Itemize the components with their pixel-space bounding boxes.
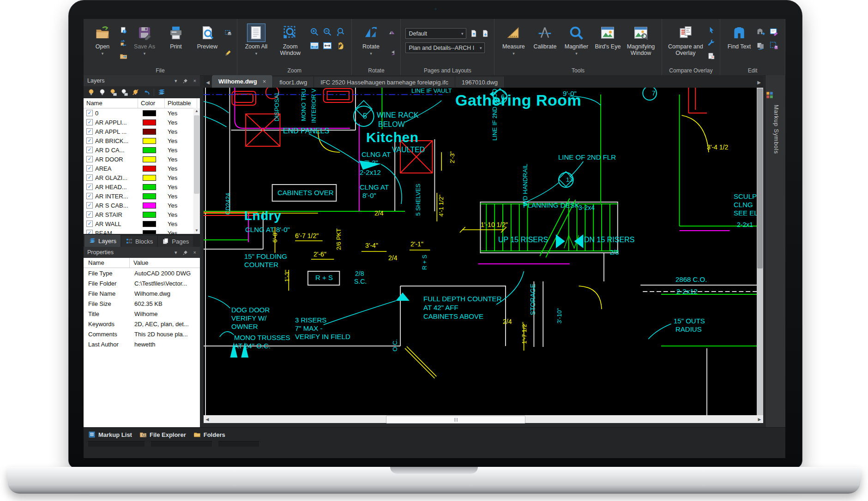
print-region-icon[interactable] xyxy=(224,30,232,37)
pages-icon[interactable] xyxy=(162,238,169,245)
layer-color-swatch[interactable] xyxy=(143,156,156,162)
calibrate-button[interactable]: Calibrate xyxy=(530,23,559,51)
scroll-right-icon[interactable]: ▶ xyxy=(756,417,763,422)
layer-visibility-checkbox[interactable]: ✓ xyxy=(86,174,93,181)
bulb-on-box-icon[interactable] xyxy=(109,89,117,96)
layer-color-swatch[interactable] xyxy=(143,193,156,199)
column-header[interactable]: Name xyxy=(84,258,130,268)
select-markup-icon[interactable] xyxy=(769,41,778,50)
replace-docs-icon[interactable] xyxy=(756,41,766,50)
file-explorer-icon[interactable] xyxy=(139,431,147,438)
close-icon[interactable]: × xyxy=(193,250,196,255)
column-header[interactable]: Plottable xyxy=(165,98,197,108)
flip-h-icon[interactable] xyxy=(388,30,396,37)
edit-doc-icon[interactable] xyxy=(769,27,778,36)
print-icon[interactable] xyxy=(169,25,183,40)
scroll-thumb[interactable] xyxy=(386,416,525,423)
magnifying-window-icon[interactable] xyxy=(633,25,648,40)
find-text-icon[interactable] xyxy=(732,25,747,40)
layer-row[interactable]: ✓AR HEAD...Yes xyxy=(84,182,200,191)
open-folder-icon[interactable] xyxy=(95,25,110,40)
layers-stack-icon[interactable] xyxy=(157,88,166,96)
layer-row[interactable]: ✓AR GLAZI...Yes xyxy=(84,173,200,182)
close-icon[interactable]: × xyxy=(263,78,266,85)
layer-row[interactable]: ✓AR S CAB...Yes xyxy=(84,201,200,210)
measure-icon[interactable] xyxy=(506,25,521,40)
compare-overlay-icon[interactable] xyxy=(678,25,693,40)
zoom-in-icon[interactable] xyxy=(310,27,319,36)
markup-list-icon[interactable] xyxy=(88,431,96,438)
page-up-icon[interactable] xyxy=(470,30,478,37)
zoom-previous-icon[interactable] xyxy=(336,27,345,36)
layer-visibility-checkbox[interactable]: ✓ xyxy=(86,137,93,144)
column-header[interactable]: Color xyxy=(138,98,165,108)
pan-hand-icon[interactable] xyxy=(336,41,345,50)
layer-color-swatch[interactable] xyxy=(143,203,156,209)
magnifying-window-button[interactable]: Magnifying Window xyxy=(625,23,657,58)
layer-color-swatch[interactable] xyxy=(143,230,156,234)
pointer-icon[interactable] xyxy=(707,26,715,34)
layer-color-swatch[interactable] xyxy=(143,175,156,181)
save-as-button[interactable]: Save As▾ xyxy=(130,23,159,57)
calibrate-icon[interactable] xyxy=(537,25,552,40)
flip-v-icon[interactable] xyxy=(388,49,396,57)
layer-visibility-checkbox[interactable]: ✓ xyxy=(86,221,93,227)
layer-visibility-checkbox[interactable]: ✓ xyxy=(86,128,93,135)
collapsed-panel-bar[interactable] xyxy=(88,441,145,447)
layer-color-swatch[interactable] xyxy=(143,184,156,190)
layer-visibility-checkbox[interactable]: ✓ xyxy=(86,156,93,162)
rotate-icon[interactable] xyxy=(363,25,378,40)
markup-pen-icon[interactable] xyxy=(224,49,232,57)
bird-s-eye-button[interactable]: Bird's Eye xyxy=(593,23,622,51)
pin-icon[interactable] xyxy=(183,250,188,255)
layer-visibility-checkbox[interactable]: ✓ xyxy=(86,165,93,172)
bulb-on-icon[interactable] xyxy=(87,89,95,96)
property-row[interactable]: CommentsThis 2D house pla... xyxy=(84,329,200,339)
layer-row[interactable]: ✓AR WALLYes xyxy=(84,219,200,228)
document-tab[interactable]: Wilhome.dwg× xyxy=(212,75,273,88)
folders-icon[interactable] xyxy=(193,431,201,438)
layer-visibility-checkbox[interactable]: ✓ xyxy=(86,202,93,209)
markup-symbols-strip[interactable]: Markup Symbols xyxy=(765,75,785,427)
dock-tab-file-explorer[interactable]: File Explorer xyxy=(139,431,186,438)
property-row[interactable]: File Size602.35 KB xyxy=(84,298,200,309)
file-info-icon[interactable]: i xyxy=(120,26,127,34)
layer-color-swatch[interactable] xyxy=(143,221,156,227)
layer-visibility-checkbox[interactable]: ✓ xyxy=(86,119,93,125)
layer-row[interactable]: ✓0Yes xyxy=(84,108,200,118)
layer-color-swatch[interactable] xyxy=(143,166,156,172)
layer-row[interactable]: ✓AR INTER...Yes xyxy=(84,191,200,201)
zoom-all-button[interactable]: Zoom All▾ xyxy=(242,23,271,57)
dock-tab-markup-list[interactable]: Markup List xyxy=(88,431,132,438)
scroll-thumb[interactable] xyxy=(194,115,199,194)
layer-visibility-checkbox[interactable]: ✓ xyxy=(86,211,93,218)
dropdown-default[interactable]: Default▾ xyxy=(405,28,466,39)
preview-button[interactable]: Preview xyxy=(193,23,222,51)
document-tab[interactable]: floor1.dwg xyxy=(273,77,314,88)
layer-color-swatch[interactable] xyxy=(143,110,156,116)
panel-tab-pages[interactable]: Pages xyxy=(158,236,193,247)
save-as-icon[interactable] xyxy=(137,25,152,40)
layer-color-swatch[interactable] xyxy=(143,212,156,218)
column-header[interactable]: Value xyxy=(130,258,148,268)
property-row[interactable]: File FolderC:\Testfiles\Vector... xyxy=(84,278,200,288)
open-add-icon[interactable] xyxy=(120,52,127,60)
property-row[interactable]: File TypeAutoCAD 2000 DWG xyxy=(84,268,200,278)
layer-visibility-checkbox[interactable]: ✓ xyxy=(86,184,93,190)
magnifier-button[interactable]: Magnifier▾ xyxy=(562,23,591,57)
undo-icon[interactable] xyxy=(143,89,151,96)
scroll-left-icon[interactable]: ◀ xyxy=(204,417,211,422)
zoom-window-icon[interactable] xyxy=(283,25,298,40)
scroll-down-icon[interactable]: ▼ xyxy=(193,227,200,234)
dropdown-plan-and-details-arch-i[interactable]: Plan and Details--ARCH I▾ xyxy=(405,42,485,53)
drawing-canvas[interactable]: Gathering Room9'-0"LINE IF VAULT67513WIN… xyxy=(204,88,757,415)
find-next-icon[interactable] xyxy=(756,27,766,36)
birds-eye-icon[interactable] xyxy=(600,25,615,40)
close-icon[interactable]: × xyxy=(193,78,196,84)
magnifier-icon[interactable] xyxy=(569,25,584,40)
layers-scrollbar[interactable]: ▲ ▼ xyxy=(193,108,200,234)
layer-row[interactable]: ✓AR DOORYes xyxy=(84,155,200,164)
chevron-down-icon[interactable]: ▾ xyxy=(175,250,177,256)
layer-row[interactable]: ✓AR BRICK...Yes xyxy=(84,136,200,145)
layer-row[interactable]: ✓AREAYes xyxy=(84,164,200,173)
